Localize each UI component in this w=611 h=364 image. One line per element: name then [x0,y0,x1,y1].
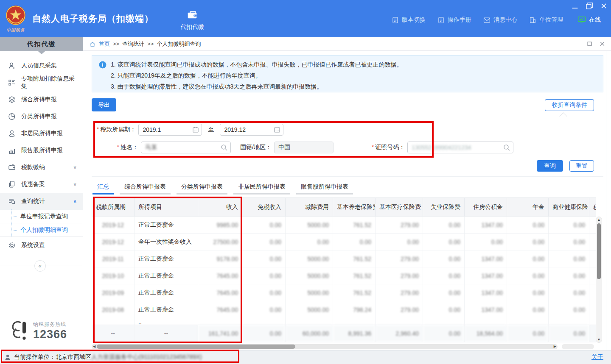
sidebar-subitem-8-0[interactable]: 单位申报记录查询 [0,210,83,223]
hotline-number: 12366 [33,328,67,341]
cell-clipped [589,267,596,284]
close-icon[interactable] [600,2,608,10]
panel-maximize-icon[interactable] [587,41,592,47]
cell-value: 279.00 [376,267,423,284]
document-icon [392,17,399,24]
scroll-right-arrow-icon[interactable]: ▶ [554,345,556,348]
cell-value: 0.00 [242,284,286,301]
period-from-input[interactable]: 2019.1 [138,124,202,136]
minimize-icon[interactable] [571,2,579,10]
sidebar-item-3[interactable]: 分类所得申报 [0,108,83,125]
gear-icon [8,241,16,250]
cell-value: 0.00 [465,233,507,250]
sidebar-item-9[interactable]: 系统设置 [0,237,83,254]
tab-0[interactable]: 汇总 [92,181,114,195]
cell-value: 0.00 [423,301,465,318]
building-icon [529,17,536,24]
summary-value: 0.00 [242,325,286,342]
cell-value: 0.00 [286,233,333,250]
sidebar-item-1[interactable]: 专项附加扣除信息采集 [0,74,83,91]
scroll-up-arrow-icon[interactable]: ▲ [596,218,602,222]
scroll-left-arrow-icon[interactable]: ◀ [93,345,95,348]
cell-value: 7645.00 [198,301,242,318]
sidebar-item-0[interactable]: 人员信息采集 [0,57,83,74]
cell-value: 1347.00 [465,267,507,284]
top-menu-item-2[interactable]: 消息中心 [483,16,517,24]
current-unit-blurred: 人力资源服务中心(91110102123456789X) [91,353,202,361]
breadcrumb-separator: >> [113,41,119,47]
restore-icon[interactable] [586,2,593,10]
query-button[interactable]: 查询 [537,160,563,172]
scrollbar-corner-stub [562,344,594,349]
tab-2[interactable]: 分类所得申报表 [177,181,227,195]
cell-value: 5000.00 [286,267,333,284]
cell-period: 2019-12 [92,217,135,233]
search-icon[interactable] [503,144,510,151]
calendar-icon[interactable] [274,126,280,133]
result-table: 税款所属期所得项目收入免税收入减除费用基本养老保险费基本医疗保险费失业保险费住房… [92,197,596,342]
horizontal-scroll-thumb[interactable] [97,345,295,349]
export-button[interactable]: 导出 [92,98,116,111]
breadcrumb-item-query-stats: 查询统计 [122,40,144,48]
notice-box: 1. 该查询统计表仅能查询已申报成功的数据，不包含未申报、申报失败，已申报但已作… [92,55,603,92]
pie-chart-icon [8,112,16,121]
cell-period: 2019-12 [92,233,135,250]
top-menu-item-0[interactable]: 版本切换 [392,16,426,24]
cell-value: 0.00 [507,267,549,284]
cell-value: 0.00 [376,233,423,250]
period-to-label: 至 [208,126,214,133]
sidebar-collapse-button[interactable]: « [34,260,46,272]
tab-4[interactable]: 限售股所得申报表 [296,181,353,195]
search-icon[interactable] [220,144,228,151]
sidebar-item-4[interactable]: 非居民所得申报 [0,125,83,142]
cell-income-item: 正常工资薪金 [135,267,198,284]
scroll-down-arrow-icon[interactable]: ▼ [596,338,602,342]
cell-value: 0.00 [549,233,589,250]
cell-clipped [589,250,596,267]
vertical-scrollbar[interactable]: ▲ ▼ [596,217,602,343]
calendar-icon[interactable] [192,126,199,133]
tab-3[interactable]: 非居民所得申报表 [233,181,290,195]
sidebar-item-2[interactable]: 综合所得申报 [0,91,83,108]
cell-value: 0.00 [507,217,549,233]
period-to-input[interactable]: 2019.12 [220,124,283,136]
top-menu-item-1[interactable]: 操作手册 [437,16,471,24]
collapse-query-button[interactable]: 收折查询条件 [545,99,594,111]
period-label: 税款所属期： [97,126,136,133]
top-menu-item-3[interactable]: 单位管理 [529,16,563,24]
sidebar-subitem-8-1[interactable]: 个人扣缴明细查询 [0,223,83,237]
cell-value: 27500.00 [198,233,242,250]
cell-value: 0.00 [549,284,589,301]
table-row-3: 2019-10正常工资薪金7645.000.005000.00761.52279… [92,267,596,284]
about-link[interactable]: 关于 [591,353,603,361]
id-number-input[interactable]: 130552199904221234 [407,142,513,153]
cell-ellipsis: .. [135,318,198,325]
name-input[interactable]: 马某 [141,142,231,153]
reset-button[interactable]: 重置 [569,160,594,172]
sidebar-header: 代扣代缴 [0,37,83,51]
breadcrumb-home[interactable]: 首页 [99,40,110,48]
sidebar-item-7[interactable]: 优惠备案 ∨ [0,176,83,193]
notice-line-2: 2. 只能查询2019年及之后的数据，不能进行跨年度查询。 [111,70,596,81]
table-row-1: 2019-12全年一次性奖金收入27500.000.000.000.000.00… [92,233,596,250]
user-icon [4,354,11,361]
panel-close-icon[interactable] [600,41,605,47]
vertical-scroll-thumb[interactable] [597,223,601,279]
hotline-label: 纳税服务热线 [33,321,67,328]
summary-value: 18,564.00 [465,325,507,342]
sidebar-divider: « [0,266,83,266]
form-list-icon [8,78,16,87]
table-row-0: 2019-12正常工资薪金9985.000.005000.00761.52279… [92,217,596,233]
module-tab-daikou[interactable]: 代扣代缴 [174,6,210,31]
chevron-down-icon: ∨ [73,164,77,170]
sidebar-item-6[interactable]: 税款缴纳 ∨ [0,159,83,176]
horizontal-scrollbar[interactable]: ◀ ▶ [92,344,558,349]
cell-value: 0.00 [549,217,589,233]
sidebar-item-8[interactable]: 查询统计 ∧ [0,193,83,210]
cell-value: 761.52 [333,284,376,301]
cell-value: 5000.00 [286,301,333,318]
cell-value: 798.24 [333,301,376,318]
tab-1[interactable]: 综合所得申报表 [120,181,171,195]
sidebar-item-5[interactable]: 限售股所得申报 [0,142,83,159]
name-label: 姓名： [83,144,138,151]
